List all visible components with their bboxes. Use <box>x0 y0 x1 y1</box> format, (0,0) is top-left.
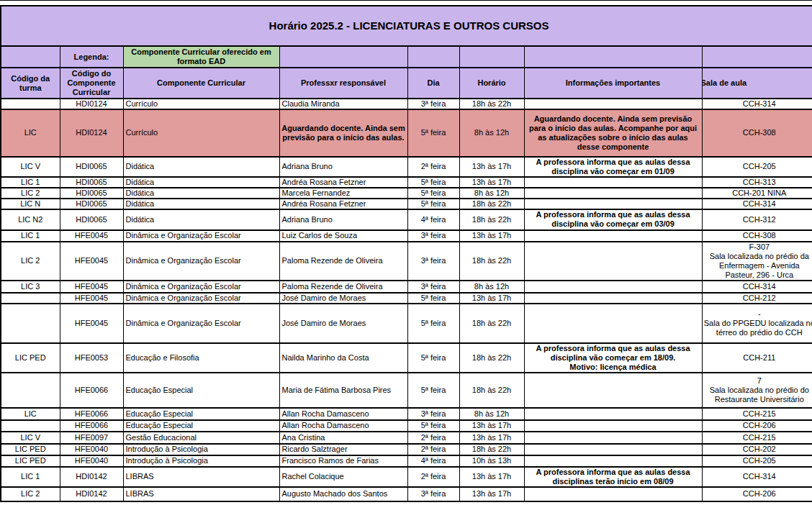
cell-componente: Educação e Filosofia <box>123 343 279 373</box>
table-row: HFE0045 Dinâmica e Organização Escolar J… <box>1 304 812 343</box>
cell-turma: LIC 2 <box>1 188 60 199</box>
cell-sala: CCH-312 <box>702 209 812 230</box>
cell-codigo: HFE0045 <box>60 304 123 343</box>
cell-componente: Educação Especial <box>123 373 279 408</box>
cell-dia: 3ª feira <box>407 281 459 293</box>
cell-sala: CCH-314 <box>702 199 812 209</box>
cell-turma <box>1 293 60 304</box>
table-row: LIC 1 HFE0045 Dinâmica e Organização Esc… <box>1 230 812 242</box>
cell-componente: Dinâmica e Organização Escolar <box>123 242 279 281</box>
top-crop-line <box>0 0 812 1</box>
cell-horario: 8h às 12h <box>459 408 524 420</box>
cell-info <box>524 199 702 209</box>
cell-professor: Aguardando docente. Ainda sem previsão p… <box>279 109 407 157</box>
table-row: HFE0066 Educação Especial Allan Rocha Da… <box>1 420 812 432</box>
cell-info <box>524 455 702 467</box>
cell-componente: Educação Especial <box>123 420 279 432</box>
cell-info: A professora informa que as aulas dessa … <box>524 467 702 487</box>
cell-codigo: HFE0097 <box>60 432 123 444</box>
cell-sala: CCH-308 <box>702 109 812 157</box>
cell-codigo: HDI0065 <box>60 177 123 188</box>
cell-horario: 13h às 17h <box>459 177 524 188</box>
cell-componente: Didática <box>123 177 279 188</box>
table-row: LIC V HDI0065 Didática Adriana Bruno 2ª … <box>1 157 812 177</box>
cell-codigo: HFE0045 <box>60 230 123 242</box>
legend-empty-cell <box>1 46 60 68</box>
cell-sala: CCH-314 <box>702 281 812 293</box>
cell-info <box>524 373 702 408</box>
page-title: Horário 2025.2 - LICENCIATURAS E OUTROS … <box>1 6 812 46</box>
cell-codigo: HFE0045 <box>60 281 123 293</box>
column-header-codigo: Código do Componente Curricular <box>60 68 123 99</box>
cell-sala: 7 Sala localizada no prédio do Restauran… <box>702 373 812 408</box>
cell-info <box>524 99 702 109</box>
cell-info <box>524 293 702 304</box>
cell-componente: Educação Especial <box>123 408 279 420</box>
cell-horario: 13h às 17h <box>459 487 524 501</box>
cell-codigo: HDI0065 <box>60 209 123 230</box>
cell-professor: Allan Rocha Damasceno <box>279 408 407 420</box>
cell-professor: José Damiro de Moraes <box>279 293 407 304</box>
legend-label: Legenda: <box>60 46 123 68</box>
cell-turma: LIC <box>1 408 60 420</box>
cell-professor: Ana Cristina <box>279 432 407 444</box>
cell-turma: LIC V <box>1 157 60 177</box>
table-row: LIC V HFE0097 Gestão Educacional Ana Cri… <box>1 432 812 444</box>
cell-componente: LIBRAS <box>123 487 279 501</box>
cell-turma: LIC PED <box>1 444 60 455</box>
cell-codigo: HFE0053 <box>60 343 123 373</box>
cell-codigo: HFE0066 <box>60 420 123 432</box>
column-header-dia: Dia <box>407 68 459 99</box>
cell-componente: Didática <box>123 188 279 199</box>
legend-empty-cell <box>702 46 812 68</box>
cell-turma <box>1 373 60 408</box>
cell-dia: 2ª feira <box>407 432 459 444</box>
cell-info: A professora informa que as aulas dessa … <box>524 157 702 177</box>
table-row: LIC 2 HFE0045 Dinâmica e Organização Esc… <box>1 242 812 281</box>
cell-horario: 18h às 22h <box>459 99 524 109</box>
cell-info <box>524 444 702 455</box>
cell-turma: LIC PED <box>1 343 60 373</box>
table-row: LIC 1 HDI0065 Didática Andréa Rosana Fet… <box>1 177 812 188</box>
legend-empty-cell <box>524 46 702 68</box>
legend-ead-cell: Componente Curricular oferecido em forma… <box>123 46 279 68</box>
cell-codigo: HDI0124 <box>60 99 123 109</box>
cell-sala: - Sala do PPGEDU localizada no térreo do… <box>702 304 812 343</box>
cell-professor: Claudia Miranda <box>279 99 407 109</box>
cell-sala: CCH-308 <box>702 230 812 242</box>
cell-dia: 5ª feira <box>407 420 459 432</box>
column-header-sala: Sala de aula <box>702 68 812 99</box>
cell-turma: LIC <box>1 109 60 157</box>
cell-dia: 5ª feira <box>407 109 459 157</box>
cell-dia: 3ª feira <box>407 487 459 501</box>
cell-info <box>524 230 702 242</box>
cell-professor: Maria de Fátima Barbosa Pires <box>279 373 407 408</box>
table-row: HFE0066 Educação Especial Maria de Fátim… <box>1 373 812 408</box>
cell-info: Aguardando docente. Ainda sem previsão p… <box>524 109 702 157</box>
cell-horario: 18h às 22h <box>459 242 524 281</box>
table-row: LIC PED HFE0040 Introdução à Psicologia … <box>1 444 812 455</box>
cell-professor: Luiz Carlos de Souza <box>279 230 407 242</box>
cell-componente: Dinâmica e Organização Escolar <box>123 230 279 242</box>
column-header-horario: Horário <box>459 68 524 99</box>
cell-turma <box>1 420 60 432</box>
cell-componente: Currículo <box>123 109 279 157</box>
cell-turma <box>1 304 60 343</box>
cell-componente: Dinâmica e Organização Escolar <box>123 304 279 343</box>
cell-codigo: HFE0040 <box>60 455 123 467</box>
table-row: LIC PED HFE0053 Educação e Filosofia Nai… <box>1 343 812 373</box>
cell-dia: 5ª feira <box>407 188 459 199</box>
table-row: LIC 2 HDI0065 Didática Marcela Fernandez… <box>1 188 812 199</box>
cell-horario: 18h às 22h <box>459 209 524 230</box>
table-row: LIC 2 HDI0142 LIBRAS Augusto Machado dos… <box>1 487 812 501</box>
cell-dia: 5ª feira <box>407 304 459 343</box>
cell-codigo: HDI0124 <box>60 109 123 157</box>
cell-professor: Paloma Rezende de Oliveira <box>279 242 407 281</box>
cell-componente: LIBRAS <box>123 467 279 487</box>
cell-codigo: HFE0040 <box>60 444 123 455</box>
cell-sala: CCH-313 <box>702 177 812 188</box>
cell-turma: LIC 1 <box>1 230 60 242</box>
cell-horario: 8h às 12h <box>459 109 524 157</box>
table-row: LIC PED HFE0040 Introdução à Psicologia … <box>1 455 812 467</box>
cell-dia: 3ª feira <box>407 99 459 109</box>
